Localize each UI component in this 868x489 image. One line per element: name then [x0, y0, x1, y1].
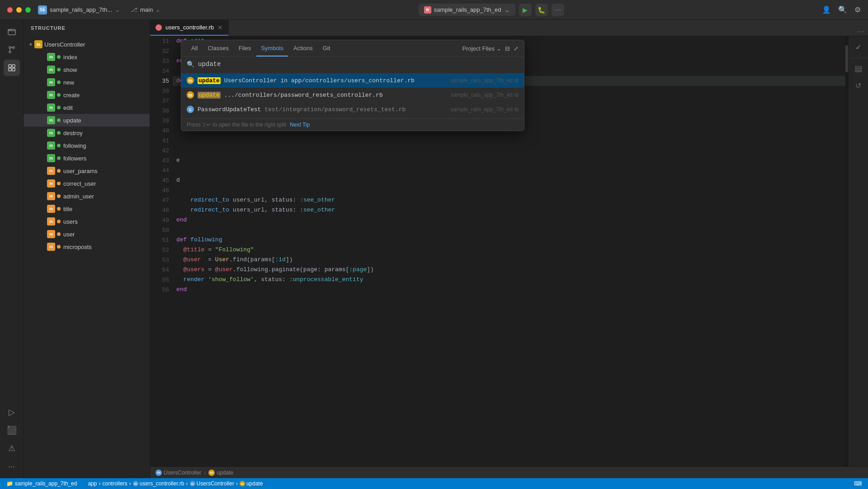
- tab-users-controller[interactable]: users_controller.rb ✕: [150, 20, 229, 36]
- sidebar-item-followers[interactable]: m followers: [24, 152, 150, 165]
- project-center-label[interactable]: R sample_rails_app_7th_ed ⌄: [419, 4, 515, 16]
- activity-more-icon[interactable]: ···: [4, 458, 20, 475]
- close-button[interactable]: [7, 7, 13, 13]
- search-tab-actions[interactable]: Actions: [289, 40, 317, 56]
- breadcrumb-method[interactable]: m update: [208, 470, 233, 476]
- status-classname: UsersController: [197, 480, 234, 487]
- result-copy-icon-3[interactable]: ⧉: [514, 106, 519, 113]
- method-icon: m: [47, 154, 55, 162]
- sidebar-item-user[interactable]: m user: [24, 228, 150, 240]
- status-keyboard-icon[interactable]: ⌨: [851, 478, 864, 489]
- sidebar-item-create[interactable]: m create: [24, 89, 150, 101]
- branch-selector[interactable]: ⎇ main ⌄: [131, 6, 160, 13]
- result-match-1: update UsersController in app/controller…: [198, 77, 447, 84]
- sidebar-item-title[interactable]: m title: [24, 202, 150, 215]
- tab-close-button[interactable]: ✕: [217, 24, 223, 31]
- result-method-icon: m: [187, 77, 194, 84]
- code-line-49: end: [173, 215, 845, 225]
- next-tip-button[interactable]: Next Tip: [290, 122, 310, 128]
- line-num-54: 54: [150, 265, 173, 275]
- gutter-layers-icon[interactable]: [851, 62, 866, 76]
- titlebar-actions: 👤 🔍 ⚙: [822, 5, 861, 14]
- settings-icon[interactable]: ⚙: [854, 5, 861, 14]
- breadcrumb-controller-name: UsersController: [164, 470, 201, 476]
- search-tab-git[interactable]: Git: [318, 40, 335, 56]
- more-button[interactable]: ⋯: [552, 4, 564, 16]
- search-tab-symbols[interactable]: Symbols: [256, 40, 288, 56]
- activity-structure-icon[interactable]: [4, 60, 20, 76]
- filter-icon[interactable]: ⊟: [505, 45, 510, 52]
- green-dot-icon: [57, 144, 61, 147]
- traffic-lights: [7, 7, 31, 13]
- center-chevron-icon: ⌄: [504, 5, 510, 14]
- result-match-2: update .../controllers/password_resets_c…: [198, 92, 447, 99]
- breadcrumb-controller[interactable]: m UsersController: [156, 470, 201, 476]
- code-line-45: d: [173, 175, 845, 185]
- sidebar-item-correct-user[interactable]: m correct_user: [24, 177, 150, 190]
- search-tab-classes[interactable]: Classes: [203, 40, 233, 56]
- sidebar-item-update[interactable]: m update: [24, 114, 150, 127]
- minimize-button[interactable]: [16, 7, 22, 13]
- green-dot-icon: [57, 80, 61, 84]
- sidebar-item-users-controller[interactable]: ▼ m UsersController: [24, 38, 150, 51]
- branch-chevron-icon: ⌄: [156, 6, 160, 13]
- sidebar-item-destroy[interactable]: m destroy: [24, 127, 150, 139]
- method-icon: m: [47, 53, 55, 61]
- result-repo-name-1: sample_rails_app_7th_ed: [451, 77, 513, 84]
- sidebar-item-users[interactable]: m users: [24, 215, 150, 228]
- run-button[interactable]: ▶: [519, 4, 532, 16]
- status-method-icon: m: [240, 481, 245, 486]
- line-num-47: 47: [150, 195, 173, 205]
- sidebar-item-following[interactable]: m following: [24, 139, 150, 152]
- svg-point-3: [9, 51, 11, 53]
- result-context-1: UsersController in app/controllers/users…: [224, 77, 415, 84]
- sidebar-item-show[interactable]: m show: [24, 63, 150, 76]
- line-num-50: 50: [150, 225, 173, 235]
- search-title-icon[interactable]: 🔍: [838, 5, 847, 14]
- activity-terminal-icon[interactable]: ⬛: [4, 422, 20, 438]
- result-repo-3: sample_rails_app_7th_ed ⧉: [451, 106, 519, 113]
- status-sep-1: ›: [99, 480, 100, 487]
- status-project[interactable]: 📁 sample_rails_app_7th_ed: [4, 478, 80, 489]
- search-result-3[interactable]: c PasswordUpdateTest test/integration/pa…: [181, 102, 524, 117]
- status-class-item: m UsersController: [190, 480, 234, 487]
- search-result-2[interactable]: m update .../controllers/password_resets…: [181, 88, 524, 102]
- project-files-selector[interactable]: Project Files ⌄: [462, 45, 501, 52]
- result-repo-name-2: sample_rails_app_7th_ed: [451, 92, 513, 98]
- gutter-check-icon[interactable]: ✓: [851, 40, 866, 54]
- search-tab-files[interactable]: Files: [234, 40, 255, 56]
- result-text-3: PasswordUpdateTest: [198, 106, 261, 113]
- debug-button[interactable]: 🐛: [535, 4, 548, 16]
- status-breadcrumb[interactable]: app › controllers › m users_controller.r…: [85, 478, 265, 489]
- orange-dot-icon: [57, 194, 61, 198]
- activity-git-icon[interactable]: [4, 42, 20, 58]
- tab-more-icon[interactable]: ⋯: [857, 27, 864, 36]
- sidebar-item-edit[interactable]: m edit: [24, 101, 150, 114]
- activity-run-icon[interactable]: ▷: [4, 404, 20, 420]
- project-selector[interactable]: SE sample_rails_app_7th... ⌄: [38, 5, 120, 14]
- search-input[interactable]: [198, 61, 519, 68]
- status-sep-2: ›: [129, 480, 131, 487]
- result-copy-icon-1[interactable]: ⧉: [514, 77, 519, 84]
- line-num-39: 39: [150, 116, 173, 126]
- maximize-button[interactable]: [25, 7, 31, 13]
- orange-dot-icon: [57, 169, 61, 173]
- green-dot-icon: [57, 68, 61, 71]
- activity-warning-icon[interactable]: ⚠: [4, 440, 20, 456]
- sidebar-item-microposts[interactable]: m microposts: [24, 240, 150, 253]
- sidebar-item-index[interactable]: m index: [24, 51, 150, 63]
- breadcrumb-controller-icon: m: [156, 470, 162, 476]
- sidebar-item-new[interactable]: m new: [24, 76, 150, 89]
- result-copy-icon-2[interactable]: ⧉: [514, 92, 519, 98]
- method-icon: m: [47, 78, 55, 86]
- gutter-history-icon[interactable]: ↺: [851, 78, 866, 93]
- expand-icon[interactable]: ⤢: [514, 45, 519, 52]
- search-tab-all[interactable]: All: [187, 40, 202, 56]
- people-icon[interactable]: 👤: [822, 5, 831, 14]
- search-tabs: All Classes Files Symbols Actions Git Pr…: [181, 40, 524, 57]
- sidebar-item-admin-user[interactable]: m admin_user: [24, 190, 150, 202]
- code-line-50: [173, 225, 845, 235]
- search-result-1[interactable]: m update UsersController in app/controll…: [181, 73, 524, 88]
- activity-folder-icon[interactable]: [4, 24, 20, 40]
- sidebar-item-user-params[interactable]: m user_params: [24, 165, 150, 177]
